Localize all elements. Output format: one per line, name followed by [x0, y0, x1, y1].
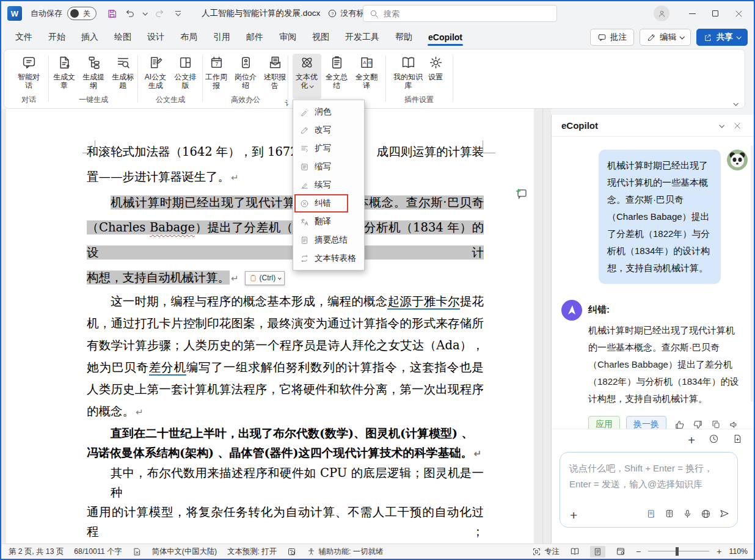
apply-button[interactable]: 应用	[588, 416, 620, 429]
search-box[interactable]	[363, 5, 557, 22]
smart-chat-button[interactable]: 智能对话	[15, 54, 43, 90]
snippet-button[interactable]	[665, 509, 674, 521]
full-summary-button[interactable]: 全文总结	[323, 54, 351, 99]
my-knowledge-button[interactable]: 我的知识库	[392, 54, 424, 90]
menu-item-translate[interactable]: 翻译	[293, 213, 364, 231]
word-count[interactable]: 68/10011 个字	[74, 547, 122, 557]
print-layout-button[interactable]	[590, 546, 605, 558]
editing-mode-button[interactable]: 编辑	[640, 29, 691, 46]
menu-item-rewrite[interactable]: 改写	[293, 121, 364, 139]
user-avatar[interactable]	[727, 150, 748, 170]
redo-button[interactable]	[151, 5, 167, 21]
web-layout-button[interactable]	[613, 545, 629, 558]
menu-item-continue[interactable]: 续写	[293, 176, 364, 194]
tab-references[interactable]: 引用	[205, 27, 238, 48]
copy-icon	[711, 420, 721, 429]
more-commands-icon	[175, 11, 181, 16]
settings-button[interactable]: 设置	[425, 54, 446, 90]
focus-mode-button[interactable]: 专注	[532, 547, 560, 557]
proofing-status-icon[interactable]	[133, 547, 142, 556]
comments-button[interactable]: 批注	[590, 29, 634, 46]
full-translate-button[interactable]: A中 全文翻译	[352, 54, 381, 99]
read-aloud-button[interactable]	[729, 420, 739, 429]
tab-home[interactable]: 开始	[40, 27, 73, 48]
prediction-status-icon[interactable]	[287, 547, 296, 556]
ai-official-doc-button[interactable]: AI公文生成	[141, 54, 170, 90]
official-doc-layout-button[interactable]: 公文排版	[171, 54, 200, 90]
text-prediction-indicator[interactable]: 文本预测: 打开	[227, 547, 277, 557]
add-comment-icon[interactable]	[514, 187, 529, 202]
menu-item-expand[interactable]: 扩写	[293, 139, 364, 158]
document-page[interactable]: 和滚轮式加法器（1642 年），到 1672 年成四则运算的计算装 置——步进计…	[6, 109, 534, 544]
word-app-icon[interactable]: W	[7, 6, 22, 21]
minimize-button[interactable]	[680, 1, 704, 26]
language-indicator[interactable]: 简体中文(中国大陆)	[152, 547, 217, 557]
share-button[interactable]: 共享	[696, 29, 748, 46]
web-search-button[interactable]	[701, 509, 711, 522]
menu-item-proofread[interactable]: 纠错	[293, 194, 364, 213]
generate-outline-button[interactable]: 生成提纲	[79, 54, 108, 90]
text-optimize-button[interactable]: 文本优化	[293, 54, 321, 99]
copy-button[interactable]	[711, 420, 721, 429]
autosave-toggle[interactable]: 关	[67, 7, 97, 20]
job-intro-button[interactable]: 岗位介绍	[232, 54, 260, 90]
menu-item-polish[interactable]: 润色	[293, 103, 364, 121]
panel-scrollbar[interactable]	[751, 145, 753, 402]
history-button[interactable]	[709, 434, 719, 446]
new-document-button[interactable]	[732, 434, 743, 446]
tab-review[interactable]: 审阅	[271, 27, 304, 48]
collapse-ribbon-button[interactable]	[734, 97, 737, 108]
accessibility-indicator[interactable]: 辅助功能: 一切就绪	[307, 547, 383, 557]
new-topic-button[interactable]: +	[688, 435, 695, 445]
duty-report-button[interactable]: 述职报告	[261, 54, 289, 90]
generate-title-button[interactable]: 生成标题	[109, 54, 137, 90]
chat-input[interactable]	[560, 453, 737, 499]
panel-collapse-button[interactable]	[713, 124, 729, 128]
save-button[interactable]	[104, 5, 120, 21]
tab-file[interactable]: 文件	[7, 27, 40, 48]
search-input[interactable]	[384, 9, 530, 18]
account-avatar[interactable]	[654, 5, 669, 21]
weekly-report-button[interactable]: 7 工作周报	[202, 54, 230, 90]
menu-item-text-to-table[interactable]: 文本转表格	[293, 249, 364, 267]
assistant-actions: 应用 换一换	[588, 416, 740, 429]
tab-layout[interactable]: 布局	[172, 27, 205, 48]
thumbs-down-button[interactable]	[693, 420, 703, 429]
voice-input-button[interactable]	[682, 509, 693, 522]
chat-input-box[interactable]: +	[560, 452, 738, 528]
tab-mailings[interactable]: 邮件	[238, 27, 271, 48]
zoom-out-button[interactable]: −	[636, 547, 641, 556]
tab-view[interactable]: 视图	[304, 27, 337, 48]
panel-close-button[interactable]	[729, 122, 745, 129]
zoom-in-button[interactable]: +	[717, 547, 721, 556]
read-mode-button[interactable]	[567, 545, 583, 558]
tab-ecopilot[interactable]: eCopilot	[420, 27, 470, 47]
menu-item-summarize[interactable]: 摘要总结	[293, 231, 364, 249]
tab-help[interactable]: 帮助	[387, 27, 420, 48]
thumbs-up-button[interactable]	[674, 420, 685, 429]
paste-options-button[interactable]: (Ctrl)	[245, 271, 285, 285]
attach-button[interactable]: +	[570, 509, 577, 522]
generate-article-button[interactable]: 生成文章	[50, 54, 78, 90]
document-scrollbar[interactable]	[542, 109, 543, 544]
undo-menu-chevron[interactable]	[140, 5, 149, 21]
prompt-template-button[interactable]	[646, 509, 657, 522]
send-button[interactable]	[719, 508, 730, 522]
tab-insert[interactable]: 插入	[73, 27, 106, 48]
tab-developer[interactable]: 开发工具	[337, 27, 387, 48]
regenerate-button[interactable]: 换一换	[626, 416, 666, 429]
close-icon	[734, 122, 741, 129]
close-button[interactable]	[727, 1, 750, 26]
menu-item-condense[interactable]: 缩写	[293, 158, 364, 176]
zoom-level[interactable]: 110%	[729, 547, 748, 556]
pencil-icon	[647, 33, 656, 42]
zoom-slider[interactable]	[648, 547, 709, 556]
tab-draw[interactable]: 绘图	[106, 27, 139, 48]
maximize-button[interactable]	[704, 1, 727, 26]
zoom-slider-thumb[interactable]	[676, 547, 679, 556]
tab-design[interactable]: 设计	[139, 27, 172, 48]
autosave-control[interactable]: 自动保存 关	[31, 7, 97, 20]
customize-toolbar-button[interactable]	[170, 5, 186, 21]
undo-button[interactable]	[122, 5, 138, 21]
page-indicator[interactable]: 第 2 页, 共 13 页	[9, 547, 64, 557]
